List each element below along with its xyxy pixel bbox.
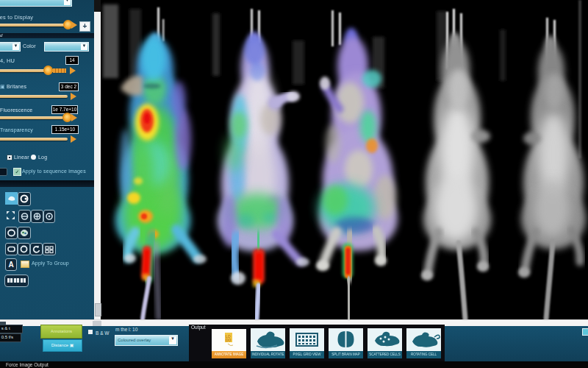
svg-text:DO: DO — [226, 338, 232, 342]
